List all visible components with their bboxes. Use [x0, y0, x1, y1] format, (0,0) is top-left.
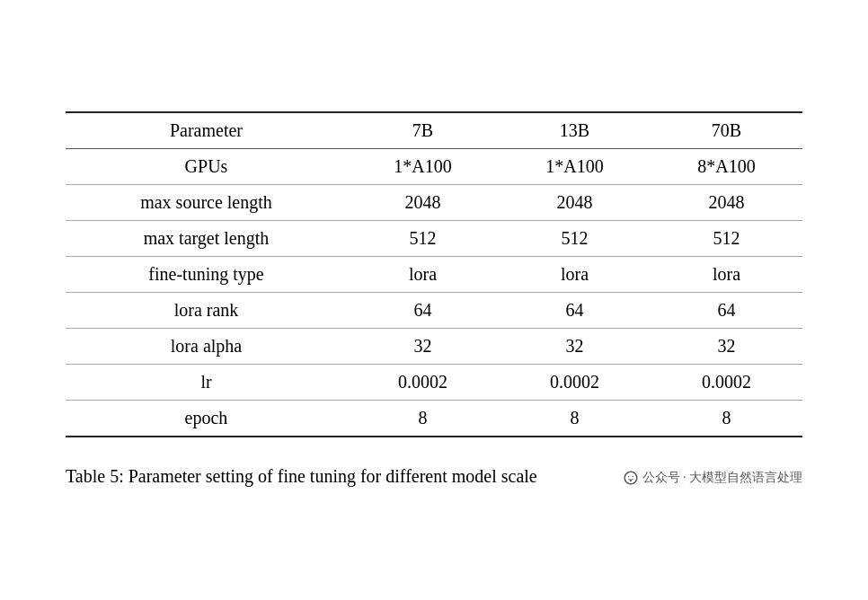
- row-cell: lora: [347, 256, 499, 292]
- table-caption: Table 5: Parameter setting of fine tunin…: [66, 463, 537, 490]
- row-cell: lora: [651, 256, 802, 292]
- row-label-fine-tuning: fine-tuning type: [66, 256, 347, 292]
- row-label-lora-alpha: lora alpha: [66, 328, 347, 364]
- col-header-13b: 13B: [499, 112, 651, 149]
- caption-description: Parameter setting of fine tuning for dif…: [124, 466, 537, 486]
- row-cell: 8: [499, 400, 651, 437]
- row-cell: 8: [347, 400, 499, 437]
- col-header-70b: 70B: [651, 112, 802, 149]
- row-label-epoch: epoch: [66, 400, 347, 437]
- table-row: GPUs 1*A100 1*A100 8*A100: [66, 148, 802, 184]
- watermark-text: 公众号 · 大模型自然语言处理: [642, 470, 803, 486]
- table-row: lr 0.0002 0.0002 0.0002: [66, 364, 802, 400]
- table-row: fine-tuning type lora lora lora: [66, 256, 802, 292]
- table-row: lora alpha 32 32 32: [66, 328, 802, 364]
- row-label-lr: lr: [66, 364, 347, 400]
- row-cell: 0.0002: [651, 364, 802, 400]
- table-wrapper: Parameter 7B 13B 70B GPUs 1*A100 1*A100 …: [66, 111, 802, 437]
- page-container: Parameter 7B 13B 70B GPUs 1*A100 1*A100 …: [30, 84, 838, 516]
- col-header-7b: 7B: [347, 112, 499, 149]
- table-row: lora rank 64 64 64: [66, 292, 802, 328]
- table-row: epoch 8 8 8: [66, 400, 802, 437]
- row-cell: 64: [347, 292, 499, 328]
- col-header-param: Parameter: [66, 112, 347, 149]
- row-cell: 8: [651, 400, 802, 437]
- caption-area: Table 5: Parameter setting of fine tunin…: [66, 463, 802, 490]
- row-label-max-source: max source length: [66, 184, 347, 220]
- row-cell: 0.0002: [499, 364, 651, 400]
- row-cell: 8*A100: [651, 148, 802, 184]
- table-row: max source length 2048 2048 2048: [66, 184, 802, 220]
- table-row: max target length 512 512 512: [66, 220, 802, 256]
- row-cell: 32: [651, 328, 802, 364]
- row-cell: 1*A100: [347, 148, 499, 184]
- row-cell: 2048: [347, 184, 499, 220]
- row-cell: 64: [651, 292, 802, 328]
- row-cell: 512: [499, 220, 651, 256]
- row-cell: 64: [499, 292, 651, 328]
- wechat-icon: [623, 470, 639, 486]
- row-cell: 512: [651, 220, 802, 256]
- row-cell: 512: [347, 220, 499, 256]
- row-cell: lora: [499, 256, 651, 292]
- row-cell: 0.0002: [347, 364, 499, 400]
- watermark: 公众号 · 大模型自然语言处理: [623, 470, 803, 490]
- caption-number: Table 5:: [66, 466, 124, 486]
- row-label-lora-rank: lora rank: [66, 292, 347, 328]
- row-cell: 1*A100: [499, 148, 651, 184]
- row-cell: 32: [499, 328, 651, 364]
- row-cell: 2048: [499, 184, 651, 220]
- row-cell: 32: [347, 328, 499, 364]
- row-label-gpus: GPUs: [66, 148, 347, 184]
- parameter-table: Parameter 7B 13B 70B GPUs 1*A100 1*A100 …: [66, 111, 802, 437]
- row-label-max-target: max target length: [66, 220, 347, 256]
- row-cell: 2048: [651, 184, 802, 220]
